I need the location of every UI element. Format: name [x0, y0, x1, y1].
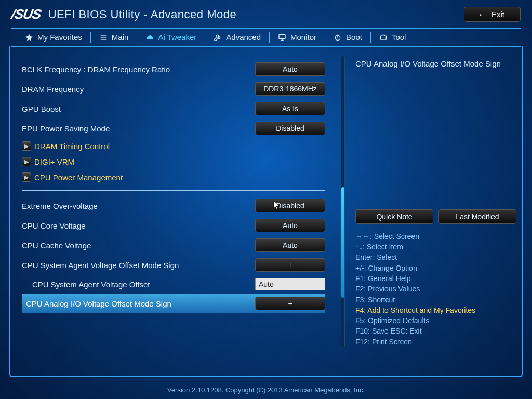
tab-favorites[interactable]: My Favorites	[17, 32, 91, 43]
help-text: CPU Analog I/O Voltage Offset Mode Sign	[355, 56, 516, 69]
hint-change: +/-: Change Option	[355, 263, 516, 273]
exit-label: Exit	[491, 10, 504, 19]
hint-f3: F3: Shortcut	[355, 295, 516, 305]
tab-boot[interactable]: Boot	[325, 32, 371, 43]
list-icon	[99, 33, 108, 42]
hint-f4: F4: Add to Shortcut and My Favorites	[355, 305, 516, 315]
setting-label: CPU Core Voltage	[22, 221, 255, 230]
setting-cpu-cache-voltage[interactable]: CPU Cache Voltage Auto	[22, 235, 337, 255]
submenu-cpu-power-management[interactable]: ▶ CPU Power Management	[22, 169, 337, 185]
setting-label: CPU Analog I/O Voltage Offset Mode Sign	[22, 299, 255, 308]
setting-cpu-core-voltage[interactable]: CPU Core Voltage Auto	[22, 216, 337, 235]
tab-monitor[interactable]: Monitor	[270, 32, 325, 43]
submenu-arrow-icon: ▶	[22, 172, 31, 182]
submenu-dram-timing[interactable]: ▶ DRAM Timing Control	[22, 138, 337, 154]
setting-value-button[interactable]: Auto	[255, 219, 325, 232]
exit-button[interactable]: Exit	[464, 7, 521, 22]
scrollbar-thumb[interactable]	[341, 187, 344, 298]
setting-epu-power-saving[interactable]: EPU Power Saving Mode Disabled	[22, 118, 337, 138]
setting-label: EPU Power Saving Mode	[22, 124, 255, 133]
submenu-label: CPU Power Management	[34, 173, 123, 182]
tab-label: Monitor	[290, 33, 316, 42]
hint-f1: F1: General Help	[355, 273, 516, 284]
quick-note-button[interactable]: Quick Note	[355, 209, 433, 224]
hint-f5: F5: Optimized Defaults	[355, 315, 516, 326]
tab-label: Main	[112, 33, 129, 42]
tab-label: Advanced	[226, 33, 261, 42]
header: /SUS UEFI BIOS Utility - Advanced Mode E…	[0, 0, 532, 25]
tab-advanced[interactable]: Advanced	[205, 32, 270, 43]
hint-select-item: ↑↓: Select Item	[355, 242, 516, 252]
setting-value-button[interactable]: Auto	[255, 62, 325, 76]
setting-label: DRAM Frequency	[22, 85, 255, 94]
submenu-label: DIGI+ VRM	[34, 157, 74, 166]
scrollbar[interactable]	[341, 56, 345, 347]
setting-label: CPU System Agent Voltage Offset Mode Sig…	[22, 261, 255, 270]
submenu-digi-vrm[interactable]: ▶ DIGI+ VRM	[22, 154, 337, 169]
hint-select-screen: →←: Select Screen	[355, 231, 516, 242]
submenu-label: DRAM Timing Control	[34, 142, 110, 151]
settings-panel: BCLK Frequency : DRAM Frequency Ratio Au…	[11, 56, 337, 347]
setting-value-button[interactable]: As Is	[255, 102, 325, 115]
key-hints: →←: Select Screen ↑↓: Select Item Enter:…	[355, 231, 516, 347]
setting-extreme-overvoltage[interactable]: Extreme Over-voltage Disabled	[22, 196, 337, 216]
page-title: UEFI BIOS Utility - Advanced Mode	[48, 8, 237, 21]
hint-enter: Enter: Select	[355, 252, 516, 262]
footer: Version 2.10.1208. Copyright (C) 2013 Am…	[0, 386, 532, 394]
tab-aitweaker[interactable]: Ai Tweaker	[137, 32, 205, 43]
setting-bclk-ratio[interactable]: BCLK Frequency : DRAM Frequency Ratio Au…	[22, 59, 337, 79]
setting-gpu-boost[interactable]: GPU Boost As Is	[22, 99, 337, 118]
power-icon	[334, 33, 342, 42]
tab-label: My Favorites	[37, 33, 82, 42]
setting-label: GPU Boost	[22, 104, 255, 113]
setting-value-input[interactable]	[255, 278, 325, 290]
cloud-icon	[145, 33, 154, 42]
setting-label: Extreme Over-voltage	[22, 202, 255, 210]
tab-main[interactable]: Main	[91, 32, 138, 43]
hint-f10: F10: Save ESC: Exit	[355, 326, 516, 336]
hint-f12: F12: Print Screen	[355, 337, 516, 347]
star-icon	[25, 33, 33, 42]
side-buttons: Quick Note Last Modified	[355, 209, 516, 224]
help-panel: CPU Analog I/O Voltage Offset Mode Sign …	[349, 56, 521, 347]
svg-rect-8	[381, 36, 387, 39]
tab-tool[interactable]: Tool	[371, 32, 415, 43]
last-modified-button[interactable]: Last Modified	[438, 209, 516, 224]
wrench-icon	[214, 33, 222, 42]
exit-icon	[474, 11, 480, 18]
monitor-icon	[278, 33, 286, 42]
setting-label: BCLK Frequency : DRAM Frequency Ratio	[22, 65, 255, 74]
asus-logo: /SUS	[10, 6, 42, 22]
setting-value-button[interactable]: Disabled	[255, 199, 325, 212]
setting-label: CPU System Agent Voltage Offset	[32, 280, 255, 289]
svg-rect-3	[279, 34, 285, 38]
setting-value-button[interactable]: +	[255, 297, 325, 310]
setting-value-button[interactable]: +	[255, 258, 325, 272]
hint-f2: F2: Previous Values	[355, 284, 516, 294]
tab-bar: My Favorites Main Ai Tweaker Advanced Mo…	[11, 28, 521, 47]
setting-value-button[interactable]: Disabled	[255, 122, 325, 135]
section-divider	[22, 190, 325, 191]
setting-analog-io-voltage-sign[interactable]: CPU Analog I/O Voltage Offset Mode Sign …	[22, 294, 325, 313]
content: BCLK Frequency : DRAM Frequency Ratio Au…	[11, 56, 521, 347]
setting-dram-frequency[interactable]: DRAM Frequency DDR3-1866MHz	[22, 79, 337, 99]
submenu-arrow-icon: ▶	[22, 141, 31, 151]
setting-value-button[interactable]: DDR3-1866MHz	[255, 82, 325, 96]
tab-label: Tool	[392, 33, 406, 42]
submenu-arrow-icon: ▶	[22, 157, 31, 166]
tab-label: Ai Tweaker	[158, 33, 196, 42]
tool-icon	[379, 33, 388, 42]
tab-label: Boot	[346, 33, 362, 42]
setting-label: CPU Cache Voltage	[22, 241, 255, 250]
setting-value-button[interactable]: Auto	[255, 238, 325, 252]
header-left: /SUS UEFI BIOS Utility - Advanced Mode	[11, 6, 236, 22]
setting-sa-voltage-sign[interactable]: CPU System Agent Voltage Offset Mode Sig…	[22, 255, 337, 275]
setting-sa-voltage-offset[interactable]: CPU System Agent Voltage Offset	[22, 275, 337, 294]
